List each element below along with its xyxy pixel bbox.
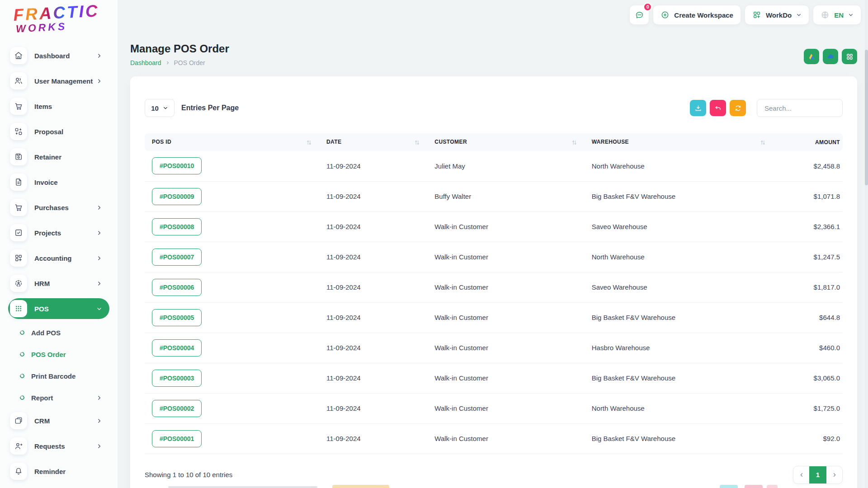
pos-id-link[interactable]: #POS00009 — [152, 188, 202, 205]
column-header-customer[interactable]: CUSTOMER — [434, 139, 467, 145]
grid-plus-icon — [10, 249, 27, 267]
scrollbar-track[interactable] — [865, 0, 868, 488]
search-input[interactable] — [757, 99, 843, 117]
sidebar-item-proposal[interactable]: Proposal — [8, 121, 109, 142]
sidebar-item-reminder[interactable]: Reminder — [8, 461, 109, 482]
column-header-warehouse[interactable]: WAREHOUSE — [592, 139, 629, 145]
pagination: 1 — [793, 466, 843, 484]
sidebar-item-projects[interactable]: Projects — [8, 222, 109, 243]
cart-icon — [10, 98, 27, 115]
entries-per-page-select[interactable]: 10 — [145, 99, 175, 117]
pos-id-link[interactable]: #POS00007 — [152, 249, 202, 266]
pos-id-link[interactable]: #POS00010 — [152, 157, 202, 174]
globe-icon — [821, 10, 830, 19]
sort-icon[interactable] — [414, 140, 420, 145]
pos-submenu: Add POS POS Order Print Barcode Report — [8, 324, 109, 407]
sidebar-item-label: Projects — [34, 229, 61, 237]
pagination-prev-button[interactable] — [793, 466, 809, 483]
sidebar-item-dashboard[interactable]: Dashboard — [8, 45, 109, 66]
cell-date: 11-09-2024 — [319, 302, 427, 333]
sidebar-item-invoice[interactable]: Invoice — [8, 172, 109, 192]
chat-icon — [635, 10, 644, 20]
bullet-icon — [19, 329, 25, 336]
scrollbar-thumb[interactable] — [865, 50, 868, 185]
sidebar-item-label: Dashboard — [34, 52, 70, 60]
brand-logo[interactable]: FRACTIC WORKS — [13, 1, 100, 35]
pos-id-link[interactable]: #POS00002 — [152, 400, 202, 417]
cell-warehouse: Big Basket F&V Warehouse — [585, 181, 773, 211]
page-title: Manage POS Order — [130, 42, 857, 55]
sidebar-item-hrm[interactable]: HRM — [8, 273, 109, 294]
swap-grid-icon — [10, 123, 27, 140]
clipped-next-section-button — [745, 485, 763, 488]
cell-amount: $2,366.1 — [773, 211, 843, 242]
export-button[interactable] — [690, 100, 706, 116]
pos-id-link[interactable]: #POS00005 — [152, 309, 202, 326]
chevron-left-icon — [799, 472, 804, 478]
sidebar-item-label: Items — [34, 103, 52, 110]
column-header-amount[interactable]: AMOUNT — [815, 139, 840, 145]
sidebar-item-items[interactable]: Items — [8, 96, 109, 117]
undo-button[interactable] — [710, 100, 726, 116]
sidebar-item-label: Requests — [34, 442, 65, 450]
submenu-item-pos-order[interactable]: POS Order — [20, 345, 109, 363]
sidebar-item-label: User Management — [34, 77, 93, 85]
sidebar-item-label: HRM — [34, 280, 50, 287]
messages-button[interactable]: 0 — [630, 5, 649, 24]
sort-icon[interactable] — [760, 140, 766, 145]
sort-icon[interactable] — [571, 140, 577, 145]
pagination-next-button[interactable] — [826, 466, 842, 483]
pos-id-link[interactable]: #POS00001 — [152, 430, 202, 447]
sidebar-item-pos[interactable]: POS — [8, 298, 109, 319]
cell-amount: $1,725.0 — [773, 393, 843, 423]
submenu-item-print-barcode[interactable]: Print Barcode — [20, 367, 109, 385]
cell-customer: Walk-in Customer — [427, 333, 584, 363]
create-workspace-button[interactable]: Create Workspace — [653, 5, 741, 24]
language-dropdown[interactable]: EN — [813, 5, 861, 24]
pos-id-link[interactable]: #POS00003 — [152, 370, 202, 387]
submenu-item-label: Report — [31, 394, 53, 402]
grid-view-button[interactable] — [842, 49, 857, 64]
pos-id-link[interactable]: #POS00008 — [152, 218, 202, 235]
chevron-right-icon — [96, 255, 102, 261]
sidebar-item-user-management[interactable]: User Management — [8, 70, 109, 91]
table-row: #POS00004 11-09-2024 Walk-in Customer Ha… — [145, 333, 843, 363]
submenu-item-add-pos[interactable]: Add POS — [20, 324, 109, 342]
table-header-row: POS ID DATE CUSTOMER WAREHOUSE AMOUNT — [145, 133, 843, 151]
sidebar-item-crm[interactable]: CRM — [8, 410, 109, 431]
table-row: #POS00010 11-09-2024 Juliet May North Wa… — [145, 151, 843, 181]
user-plus-icon — [10, 437, 27, 455]
cell-date: 11-09-2024 — [319, 393, 427, 423]
column-header-pos-id[interactable]: POS ID — [152, 139, 171, 145]
cell-warehouse: Big Basket F&V Warehouse — [585, 363, 773, 393]
pagination-page-1[interactable]: 1 — [809, 466, 826, 483]
cell-warehouse: Hasbro Warehouse — [585, 333, 773, 363]
onedrive-button[interactable] — [823, 49, 838, 64]
table-actions — [690, 99, 843, 117]
sidebar-item-accounting[interactable]: Accounting — [8, 248, 109, 268]
breadcrumb-home-link[interactable]: Dashboard — [130, 59, 161, 66]
submenu-item-report[interactable]: Report — [20, 389, 109, 407]
cell-warehouse: North Warehouse — [585, 393, 773, 423]
cell-amount: $644.8 — [773, 302, 843, 333]
sort-icon[interactable] — [306, 140, 312, 145]
sidebar-item-retainer[interactable]: Retainer — [8, 146, 109, 167]
pos-id-link[interactable]: #POS00004 — [152, 339, 202, 357]
sidebar-item-requests[interactable]: Requests — [8, 436, 109, 456]
table-row: #POS00002 11-09-2024 Walk-in Customer No… — [145, 393, 843, 423]
workspace-dropdown[interactable]: WorkDo — [745, 5, 809, 24]
table-row: #POS00009 11-09-2024 Buffy Walter Big Ba… — [145, 181, 843, 211]
undo-icon — [714, 104, 722, 112]
column-header-date[interactable]: DATE — [326, 139, 341, 145]
google-drive-button[interactable] — [804, 49, 819, 64]
pos-id-link[interactable]: #POS00006 — [152, 279, 202, 296]
quick-actions — [804, 49, 857, 64]
entries-per-page-value: 10 — [151, 104, 159, 112]
download-icon — [694, 104, 702, 112]
submenu-item-label: POS Order — [31, 351, 66, 358]
clipped-next-section-button — [767, 485, 778, 488]
sidebar-item-purchases[interactable]: Purchases — [8, 197, 109, 218]
refresh-button[interactable] — [730, 100, 746, 116]
clipped-next-section-text — [168, 486, 317, 488]
top-header: 0 Create Workspace WorkDo EN — [630, 5, 861, 24]
